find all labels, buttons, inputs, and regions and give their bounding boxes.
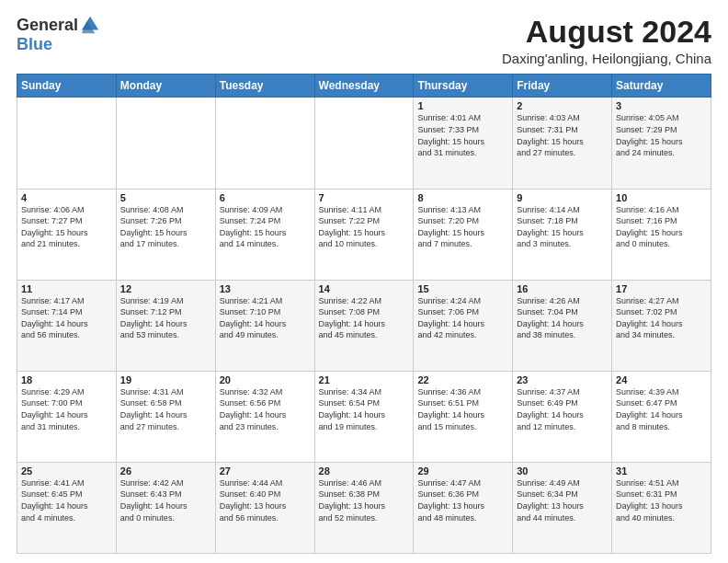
col-saturday: Saturday — [612, 75, 711, 98]
month-year-title: August 2024 — [502, 15, 711, 49]
day-number: 21 — [319, 374, 410, 385]
day-info: Sunrise: 4:01 AM Sunset: 7:33 PM Dayligh… — [417, 112, 508, 158]
logo-general-text: General — [17, 16, 78, 35]
day-info: Sunrise: 4:08 AM Sunset: 7:26 PM Dayligh… — [120, 204, 211, 250]
table-row: 26Sunrise: 4:42 AM Sunset: 6:43 PM Dayli… — [116, 462, 215, 553]
table-row — [215, 98, 314, 189]
day-info: Sunrise: 4:14 AM Sunset: 7:18 PM Dayligh… — [517, 204, 608, 250]
table-row: 4Sunrise: 4:06 AM Sunset: 7:27 PM Daylig… — [17, 189, 117, 280]
day-number: 5 — [120, 192, 211, 203]
day-number: 6 — [220, 192, 311, 203]
day-info: Sunrise: 4:44 AM Sunset: 6:40 PM Dayligh… — [220, 477, 311, 523]
col-thursday: Thursday — [414, 75, 513, 98]
table-row: 17Sunrise: 4:27 AM Sunset: 7:02 PM Dayli… — [612, 280, 711, 371]
table-row: 30Sunrise: 4:49 AM Sunset: 6:34 PM Dayli… — [513, 462, 612, 553]
table-row: 11Sunrise: 4:17 AM Sunset: 7:14 PM Dayli… — [17, 280, 117, 371]
day-info: Sunrise: 4:24 AM Sunset: 7:06 PM Dayligh… — [417, 295, 508, 341]
table-row: 21Sunrise: 4:34 AM Sunset: 6:54 PM Dayli… — [314, 371, 414, 462]
day-number: 13 — [220, 283, 311, 294]
day-number: 22 — [417, 374, 508, 385]
table-row: 29Sunrise: 4:47 AM Sunset: 6:36 PM Dayli… — [414, 462, 513, 553]
day-number: 16 — [517, 283, 608, 294]
logo: General Blue — [17, 15, 100, 54]
table-row — [116, 98, 215, 189]
table-row: 7Sunrise: 4:11 AM Sunset: 7:22 PM Daylig… — [314, 189, 414, 280]
day-number: 14 — [319, 283, 410, 294]
logo-blue-text: Blue — [17, 35, 52, 54]
week-row-5: 25Sunrise: 4:41 AM Sunset: 6:45 PM Dayli… — [17, 462, 711, 553]
table-row: 1Sunrise: 4:01 AM Sunset: 7:33 PM Daylig… — [414, 98, 513, 189]
day-number: 7 — [319, 192, 410, 203]
day-info: Sunrise: 4:26 AM Sunset: 7:04 PM Dayligh… — [517, 295, 608, 341]
table-row — [314, 98, 414, 189]
day-number: 18 — [21, 374, 112, 385]
day-info: Sunrise: 4:46 AM Sunset: 6:38 PM Dayligh… — [319, 477, 410, 523]
day-info: Sunrise: 4:42 AM Sunset: 6:43 PM Dayligh… — [120, 477, 211, 523]
day-number: 17 — [616, 283, 707, 294]
day-number: 28 — [319, 465, 410, 477]
day-number: 26 — [120, 465, 211, 477]
table-row: 19Sunrise: 4:31 AM Sunset: 6:58 PM Dayli… — [116, 371, 215, 462]
day-info: Sunrise: 4:37 AM Sunset: 6:49 PM Dayligh… — [517, 386, 608, 432]
col-monday: Monday — [116, 75, 215, 98]
location-subtitle: Daxing'anling, Heilongjiang, China — [502, 51, 711, 66]
table-row: 28Sunrise: 4:46 AM Sunset: 6:38 PM Dayli… — [314, 462, 414, 553]
day-info: Sunrise: 4:49 AM Sunset: 6:34 PM Dayligh… — [517, 477, 608, 523]
day-number: 29 — [417, 465, 508, 477]
table-row: 10Sunrise: 4:16 AM Sunset: 7:16 PM Dayli… — [612, 189, 711, 280]
day-number: 30 — [517, 465, 608, 477]
day-number: 27 — [220, 465, 311, 477]
week-row-4: 18Sunrise: 4:29 AM Sunset: 7:00 PM Dayli… — [17, 371, 711, 462]
logo-icon — [80, 15, 100, 35]
table-row: 2Sunrise: 4:03 AM Sunset: 7:31 PM Daylig… — [513, 98, 612, 189]
table-row: 8Sunrise: 4:13 AM Sunset: 7:20 PM Daylig… — [414, 189, 513, 280]
table-row: 22Sunrise: 4:36 AM Sunset: 6:51 PM Dayli… — [414, 371, 513, 462]
day-info: Sunrise: 4:27 AM Sunset: 7:02 PM Dayligh… — [616, 295, 707, 341]
day-number: 9 — [517, 192, 608, 203]
day-number: 2 — [517, 100, 608, 111]
table-row: 13Sunrise: 4:21 AM Sunset: 7:10 PM Dayli… — [215, 280, 314, 371]
col-sunday: Sunday — [17, 75, 117, 98]
day-number: 8 — [417, 192, 508, 203]
day-info: Sunrise: 4:09 AM Sunset: 7:24 PM Dayligh… — [220, 204, 311, 250]
day-info: Sunrise: 4:03 AM Sunset: 7:31 PM Dayligh… — [517, 112, 608, 158]
day-number: 10 — [616, 192, 707, 203]
week-row-2: 4Sunrise: 4:06 AM Sunset: 7:27 PM Daylig… — [17, 189, 711, 280]
day-number: 11 — [21, 283, 112, 294]
table-row: 18Sunrise: 4:29 AM Sunset: 7:00 PM Dayli… — [17, 371, 117, 462]
table-row: 9Sunrise: 4:14 AM Sunset: 7:18 PM Daylig… — [513, 189, 612, 280]
day-info: Sunrise: 4:22 AM Sunset: 7:08 PM Dayligh… — [319, 295, 410, 341]
day-number: 12 — [120, 283, 211, 294]
table-row: 24Sunrise: 4:39 AM Sunset: 6:47 PM Dayli… — [612, 371, 711, 462]
table-row: 14Sunrise: 4:22 AM Sunset: 7:08 PM Dayli… — [314, 280, 414, 371]
table-row: 25Sunrise: 4:41 AM Sunset: 6:45 PM Dayli… — [17, 462, 117, 553]
table-row: 3Sunrise: 4:05 AM Sunset: 7:29 PM Daylig… — [612, 98, 711, 189]
day-info: Sunrise: 4:32 AM Sunset: 6:56 PM Dayligh… — [220, 386, 311, 432]
day-number: 24 — [616, 374, 707, 385]
day-info: Sunrise: 4:47 AM Sunset: 6:36 PM Dayligh… — [417, 477, 508, 523]
day-info: Sunrise: 4:17 AM Sunset: 7:14 PM Dayligh… — [21, 295, 112, 341]
week-row-1: 1Sunrise: 4:01 AM Sunset: 7:33 PM Daylig… — [17, 98, 711, 189]
day-number: 19 — [120, 374, 211, 385]
day-number: 3 — [616, 100, 707, 111]
table-row: 6Sunrise: 4:09 AM Sunset: 7:24 PM Daylig… — [215, 189, 314, 280]
day-number: 15 — [417, 283, 508, 294]
day-number: 23 — [517, 374, 608, 385]
table-row: 16Sunrise: 4:26 AM Sunset: 7:04 PM Dayli… — [513, 280, 612, 371]
day-info: Sunrise: 4:13 AM Sunset: 7:20 PM Dayligh… — [417, 204, 508, 250]
weekday-header-row: Sunday Monday Tuesday Wednesday Thursday… — [17, 75, 711, 98]
day-number: 20 — [220, 374, 311, 385]
day-info: Sunrise: 4:19 AM Sunset: 7:12 PM Dayligh… — [120, 295, 211, 341]
day-info: Sunrise: 4:05 AM Sunset: 7:29 PM Dayligh… — [616, 112, 707, 158]
page: General Blue August 2024 Daxing'anling, … — [0, 0, 728, 563]
day-info: Sunrise: 4:31 AM Sunset: 6:58 PM Dayligh… — [120, 386, 211, 432]
day-number: 1 — [417, 100, 508, 111]
col-tuesday: Tuesday — [215, 75, 314, 98]
title-block: August 2024 Daxing'anling, Heilongjiang,… — [502, 15, 711, 66]
day-info: Sunrise: 4:29 AM Sunset: 7:00 PM Dayligh… — [21, 386, 112, 432]
table-row: 23Sunrise: 4:37 AM Sunset: 6:49 PM Dayli… — [513, 371, 612, 462]
day-info: Sunrise: 4:21 AM Sunset: 7:10 PM Dayligh… — [220, 295, 311, 341]
col-wednesday: Wednesday — [314, 75, 414, 98]
week-row-3: 11Sunrise: 4:17 AM Sunset: 7:14 PM Dayli… — [17, 280, 711, 371]
day-info: Sunrise: 4:41 AM Sunset: 6:45 PM Dayligh… — [21, 477, 112, 523]
